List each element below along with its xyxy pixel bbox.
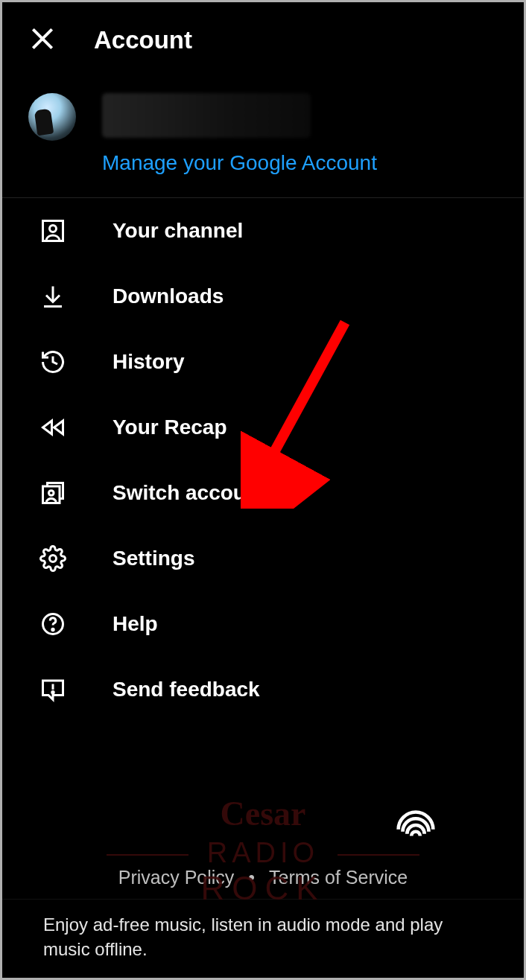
history-icon — [39, 349, 66, 375]
terms-of-service-link[interactable]: Terms of Service — [264, 867, 412, 888]
menu-label: Your channel — [113, 219, 243, 243]
menu-item-your-recap[interactable]: Your Recap — [2, 395, 524, 460]
svg-point-9 — [50, 556, 57, 562]
header: Account — [2, 2, 524, 71]
svg-text:Cesar: Cesar — [221, 795, 306, 833]
menu-label: Your Recap — [113, 416, 227, 439]
premium-banner-text: Enjoy ad-free music, listen in audio mod… — [43, 914, 443, 958]
svg-point-11 — [52, 629, 54, 630]
watermark: Cesar RADIO ROCK — [107, 784, 419, 911]
footer-links: Privacy Policy • Terms of Service — [2, 867, 524, 888]
account-menu: Your channel Downloads History Your Reca… — [2, 198, 524, 722]
switch-account-icon — [39, 480, 66, 506]
profile-section: Manage your Google Account — [2, 71, 524, 197]
premium-banner[interactable]: Enjoy ad-free music, listen in audio mod… — [2, 899, 524, 978]
menu-item-switch-account[interactable]: Switch account — [2, 460, 524, 526]
svg-text:RADIO: RADIO — [207, 837, 319, 868]
svg-marker-5 — [43, 421, 52, 434]
menu-label: Switch account — [113, 481, 265, 505]
avatar[interactable] — [28, 93, 76, 141]
separator-dot: • — [244, 867, 259, 888]
svg-marker-6 — [54, 421, 63, 434]
feedback-icon — [39, 676, 66, 703]
menu-item-history[interactable]: History — [2, 329, 524, 395]
menu-label: Help — [113, 612, 158, 636]
person-square-icon — [39, 217, 66, 244]
manage-google-account-link[interactable]: Manage your Google Account — [102, 151, 498, 175]
svg-point-3 — [50, 226, 57, 232]
menu-label: Send feedback — [113, 678, 260, 701]
menu-item-your-channel[interactable]: Your channel — [2, 198, 524, 264]
rewind-icon — [39, 414, 66, 441]
page-title: Account — [94, 26, 192, 54]
menu-item-send-feedback[interactable]: Send feedback — [2, 657, 524, 722]
menu-label: Downloads — [113, 284, 224, 308]
download-icon — [39, 283, 66, 310]
menu-label: History — [113, 350, 184, 374]
profile-name-redacted — [102, 93, 311, 138]
close-icon[interactable] — [28, 25, 57, 56]
menu-item-downloads[interactable]: Downloads — [2, 264, 524, 329]
svg-point-13 — [52, 692, 54, 693]
menu-item-settings[interactable]: Settings — [2, 526, 524, 591]
gear-icon — [39, 545, 66, 572]
menu-item-help[interactable]: Help — [2, 591, 524, 657]
menu-label: Settings — [113, 547, 194, 570]
profile-text: Manage your Google Account — [102, 93, 498, 175]
privacy-policy-link[interactable]: Privacy Policy — [114, 867, 239, 888]
fingerprint-icon — [390, 799, 442, 851]
svg-point-8 — [48, 491, 54, 496]
help-icon — [39, 611, 66, 637]
